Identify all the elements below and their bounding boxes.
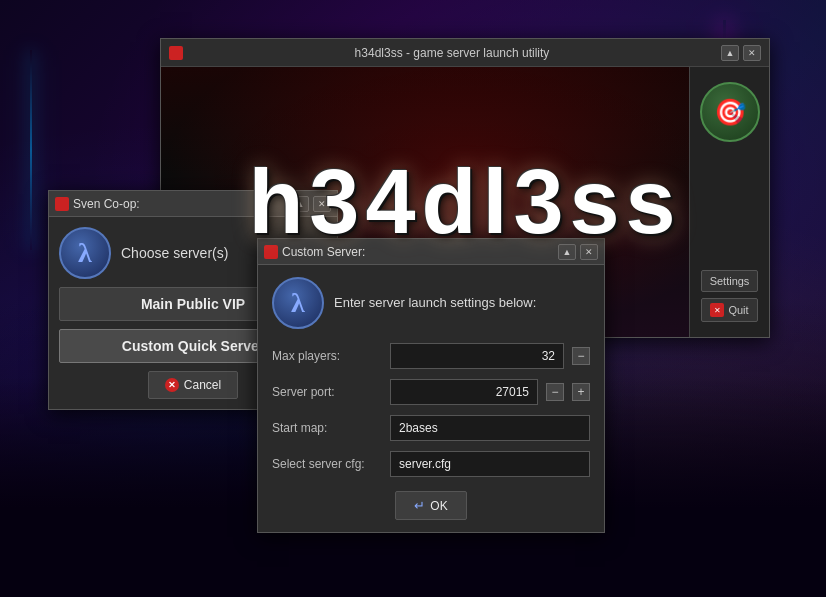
max-players-decrement[interactable]: − bbox=[572, 347, 590, 365]
sven-window-title: Sven Co-op: bbox=[73, 197, 140, 211]
server-port-row: Server port: 27015 − + bbox=[272, 379, 590, 405]
start-map-field[interactable]: 2bases bbox=[390, 415, 590, 441]
custom-header-row: λ Enter server launch settings below: bbox=[272, 277, 590, 329]
cancel-button[interactable]: ✕ Cancel bbox=[148, 371, 238, 399]
select-cfg-value: server.cfg bbox=[399, 457, 581, 471]
cancel-icon: ✕ bbox=[165, 378, 179, 392]
ok-icon: ↵ bbox=[414, 498, 425, 513]
server-port-value: 27015 bbox=[496, 385, 529, 399]
select-cfg-field[interactable]: server.cfg bbox=[390, 451, 590, 477]
game-icon-top: 🎯 bbox=[700, 82, 760, 142]
quit-icon: ✕ bbox=[710, 303, 724, 317]
main-minimize-button[interactable]: ▲ bbox=[721, 45, 739, 61]
main-window-title: h34dl3ss - game server launch utility bbox=[183, 46, 721, 60]
ok-label: OK bbox=[430, 499, 447, 513]
game-icon-symbol: 🎯 bbox=[714, 97, 746, 128]
main-right-panel: 🎯 Settings ✕ Quit bbox=[689, 67, 769, 337]
quit-label: Quit bbox=[728, 304, 748, 316]
settings-button[interactable]: Settings bbox=[701, 270, 759, 292]
start-map-value: 2bases bbox=[399, 421, 581, 435]
start-map-row: Start map: 2bases bbox=[272, 415, 590, 441]
server-port-label: Server port: bbox=[272, 385, 382, 399]
custom-server-window: Custom Server: ▲ ✕ λ Enter server launch… bbox=[257, 238, 605, 533]
main-titlebar: h34dl3ss - game server launch utility ▲ … bbox=[161, 39, 769, 67]
custom-body: λ Enter server launch settings below: Ma… bbox=[258, 265, 604, 532]
main-logo: h34dl3ss bbox=[248, 151, 681, 254]
start-map-label: Start map: bbox=[272, 421, 382, 435]
main-titlebar-controls: ▲ ✕ bbox=[721, 45, 761, 61]
hl-logo-lambda: λ bbox=[78, 237, 92, 269]
server-port-increment[interactable]: + bbox=[572, 383, 590, 401]
max-players-value: 32 bbox=[542, 349, 555, 363]
main-window-icon bbox=[169, 46, 183, 60]
cancel-label: Cancel bbox=[184, 378, 221, 392]
ok-button[interactable]: ↵ OK bbox=[395, 491, 466, 520]
sven-window-icon bbox=[55, 197, 69, 211]
choose-server-label: Choose server(s) bbox=[121, 245, 228, 261]
custom-logo: λ bbox=[272, 277, 324, 329]
max-players-label: Max players: bbox=[272, 349, 382, 363]
select-cfg-label: Select server cfg: bbox=[272, 457, 382, 471]
custom-logo-lambda: λ bbox=[291, 287, 305, 319]
titlebar-left bbox=[169, 46, 183, 60]
main-close-button[interactable]: ✕ bbox=[743, 45, 761, 61]
max-players-row: Max players: 32 − bbox=[272, 343, 590, 369]
neon-blue-accent bbox=[30, 50, 32, 250]
sven-title-left: Sven Co-op: bbox=[55, 197, 140, 211]
max-players-field[interactable]: 32 bbox=[390, 343, 564, 369]
hl-logo: λ bbox=[59, 227, 111, 279]
select-cfg-row: Select server cfg: server.cfg bbox=[272, 451, 590, 477]
server-port-field[interactable]: 27015 bbox=[390, 379, 538, 405]
server-port-decrement[interactable]: − bbox=[546, 383, 564, 401]
quit-button[interactable]: ✕ Quit bbox=[701, 298, 757, 322]
enter-settings-label: Enter server launch settings below: bbox=[334, 295, 536, 312]
